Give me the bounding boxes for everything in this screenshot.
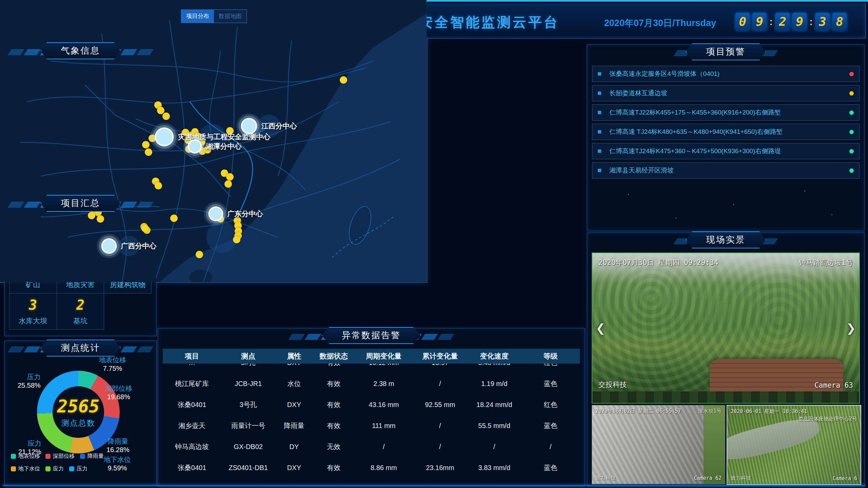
warning-bullet-icon <box>598 111 601 114</box>
center-marker-label: 广西分中心 <box>121 241 157 251</box>
digital-clock: 09:29:38 <box>735 13 847 30</box>
legend-label: 地下水位 <box>18 465 40 472</box>
alarm-col-header: 变化速度 <box>467 351 521 361</box>
alarm-cell: / <box>467 443 521 451</box>
alarm-cell: 有效 <box>313 463 355 472</box>
legend-label: 压力 <box>77 465 87 472</box>
camera-next-arrow[interactable]: ❯ <box>846 321 856 335</box>
alarm-table-body[interactable]: …5#孔DXY有效10.12 mm15.975.46 mm/d橙色桃江尾矿库JC… <box>163 364 580 483</box>
center-marker[interactable]: 广西分中心 <box>101 238 157 254</box>
center-marker[interactable]: 广东分中心 <box>209 206 263 221</box>
thumb-location-label: 娄底固体废物处理中心2号 <box>798 416 857 422</box>
weather-panel-title: 气象信息 <box>41 42 121 59</box>
center-marker[interactable]: 湘潭分中心 <box>188 139 242 154</box>
warning-row[interactable]: 长韶娄道林互通边坡 <box>592 85 860 101</box>
warning-text: 仁博高速TJ24标K475+360～K475+500(K936+300)右侧路堤 <box>609 147 849 156</box>
live-view-title: 现场实景 <box>686 231 766 248</box>
donut-callout: 压力25.58% <box>18 373 41 390</box>
legend-item[interactable]: 降雨量 <box>80 453 104 460</box>
camera-scene-fence <box>592 391 859 403</box>
clock-digit: 3 <box>815 13 830 30</box>
legend-item[interactable]: 应力 <box>45 465 64 472</box>
legend-swatch <box>11 466 16 471</box>
legend-item[interactable]: 地表位移 <box>11 453 40 460</box>
camera-location-label: 钟马路高边坡1号 <box>799 258 853 267</box>
project-dot[interactable] <box>170 215 178 222</box>
camera-timestamp: 2020年07月30日 星期四 09:29:34 <box>598 258 718 267</box>
thumb-vegetation <box>704 405 725 484</box>
thumb-brand-watermark: 致力科技 <box>731 475 751 482</box>
alarm-cell: 红色 <box>521 400 580 409</box>
warning-status-dot <box>849 168 854 173</box>
alarm-cell: 雨量计一号 <box>221 421 275 430</box>
alarm-cell: JCB-JR1 <box>221 380 275 388</box>
alarm-col-header: 属性 <box>275 351 313 361</box>
camera-thumbnail-1[interactable]: 2020年06月02日 星期二 06:55:57 泄水坝1号 致力科技 Came… <box>592 405 725 484</box>
warning-bullet-icon <box>598 130 601 134</box>
legend-swatch <box>45 466 51 471</box>
legend-label: 地表位移 <box>18 453 40 460</box>
warning-row[interactable]: 仁博高速TJ22标K455+175～K455+360(K916+200)右侧路堑 <box>592 104 860 121</box>
alarm-table-row[interactable]: 桃江尾矿库JCB-JR1水位有效2.38 m/1.19 m/d蓝色 <box>163 373 580 394</box>
center-marker-label: 江西分中心 <box>261 121 297 131</box>
alarm-cell: 2.38 m <box>355 380 413 388</box>
alarm-cell: GX-DB02 <box>221 443 275 451</box>
project-dot[interactable] <box>157 107 164 114</box>
callout-percent: 7.75% <box>99 364 126 373</box>
alarm-cell: 111 mm <box>355 422 413 430</box>
project-dot[interactable] <box>141 225 149 232</box>
project-dot[interactable] <box>97 215 104 223</box>
point-stats-panel: 测点统计 2565 测点总数 地表位移7.75%深部位移19.68%降雨量16.… <box>4 341 157 486</box>
alarm-table-row[interactable]: …5#孔DXY有效10.12 mm15.975.46 mm/d橙色 <box>163 364 580 373</box>
camera-prev-arrow[interactable]: ❮ <box>596 321 606 335</box>
project-dot[interactable] <box>340 76 347 84</box>
map-tab[interactable]: 项目分布 <box>181 10 214 23</box>
callout-name: 降雨量 <box>106 437 130 446</box>
callout-name: 压力 <box>18 373 41 381</box>
alarm-table-row[interactable]: 钟马高边坡GX-DB02DY无效//// <box>163 436 580 457</box>
project-dot[interactable] <box>224 180 232 188</box>
camera-thumbnail-2[interactable]: 2020-06-01 星期一 10:36:41 娄底固体废物处理中心2号 致力科… <box>727 405 861 485</box>
legend-item[interactable]: 深部位移 <box>45 453 75 460</box>
warning-row[interactable]: 湘潭县天易经开区滑坡 <box>592 162 860 179</box>
project-dot[interactable] <box>162 113 170 120</box>
legend-item[interactable]: 地下水位 <box>11 465 40 472</box>
alarm-table-row[interactable]: 张桑04013号孔DXY有效43.16 mm92.55 mm18.24 mm/d… <box>163 394 580 415</box>
project-dot[interactable] <box>155 182 162 189</box>
project-dot[interactable] <box>145 148 152 156</box>
center-marker-ring <box>101 238 117 254</box>
header-date: 2020年07月30日/Thursday <box>604 17 716 29</box>
camera-brand-watermark: 交投科技 <box>598 380 627 389</box>
warning-bullet-icon <box>598 92 601 95</box>
warning-row[interactable]: 张桑高速永定服务区4号滑坡体（0401) <box>592 66 860 82</box>
alarm-cell: 5.46 mm/d <box>467 364 521 367</box>
project-dot[interactable] <box>142 141 150 148</box>
alarm-cell: 桃江尾矿库 <box>163 379 221 388</box>
legend-item[interactable]: 压力 <box>69 465 87 472</box>
alarm-col-header: 测点 <box>221 351 275 361</box>
warning-row[interactable]: 仁博高速TJ24标K475+360～K475+500(K936+300)右侧路堤 <box>592 143 860 159</box>
project-dot[interactable] <box>233 236 240 243</box>
alarm-cell: 55.5 mm/d <box>467 422 521 430</box>
clock-digit: 0 <box>735 13 750 30</box>
alarm-table-row[interactable]: 湘乡壶天雨量计一号降雨量有效111 mm/55.5 mm/d蓝色 <box>163 415 580 436</box>
alarm-cell: 蓝色 <box>521 421 580 430</box>
alarm-cell: 10.12 mm <box>355 364 413 367</box>
map-tab[interactable]: 数据地图 <box>214 10 246 23</box>
clock-digit: 9 <box>792 13 807 30</box>
project-dot[interactable] <box>88 212 95 219</box>
camera-id-label: Camera 63 <box>814 381 853 389</box>
center-marker-label: 湘潭分中心 <box>206 142 242 151</box>
alarm-cell: 降雨量 <box>275 421 313 430</box>
project-warning-list: 张桑高速永定服务区4号滑坡体（0401)长韶娄道林互通边坡仁博高速TJ22标K4… <box>592 66 860 179</box>
warning-status-dot <box>849 91 854 96</box>
alarm-cell: / <box>413 422 467 430</box>
project-dot[interactable] <box>226 173 234 181</box>
center-marker[interactable]: 江西分中心 <box>241 118 297 134</box>
alarm-table-row[interactable]: 张桑0401ZS0401-DB1DXY有效8.86 mm23.16mm3.83 … <box>163 457 580 478</box>
project-dot[interactable] <box>196 251 203 258</box>
alarm-col-header: 累计变化量 <box>413 351 467 361</box>
warning-row[interactable]: 仁博高速 TJ24标K480+635～K480+940(K941+650)右侧路… <box>592 124 860 140</box>
clock-digit: 2 <box>775 13 790 30</box>
warning-status-dot <box>849 130 854 134</box>
